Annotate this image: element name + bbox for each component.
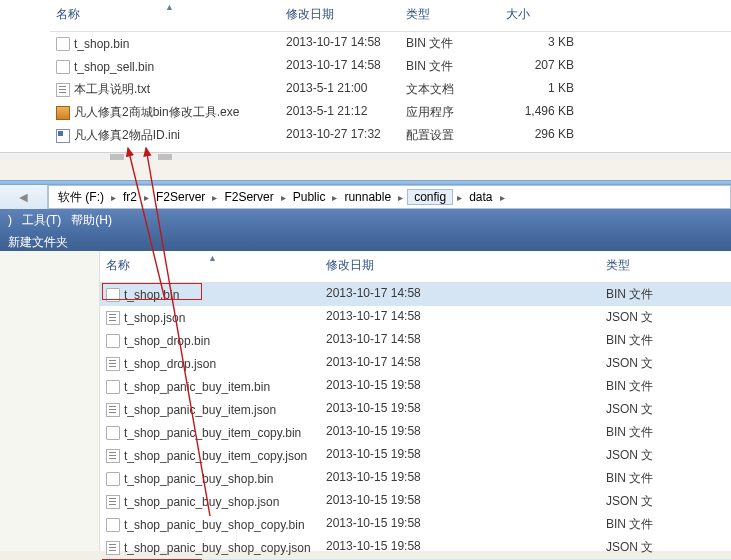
file-type: BIN 文件 <box>600 376 731 397</box>
file-size: 296 KB <box>500 125 580 146</box>
file-name: t_shop_drop.json <box>124 357 216 371</box>
menu-bar: ) 工具(T) 帮助(H) <box>0 209 731 231</box>
toolbar: 新建文件夹 <box>0 231 731 251</box>
file-type: JSON 文 <box>600 491 731 512</box>
file-type: 配置设置 <box>400 125 500 146</box>
chevron-right-icon: ▸ <box>281 192 286 203</box>
file-type: JSON 文 <box>600 445 731 466</box>
file-date: 2013-10-15 19:58 <box>320 399 600 420</box>
file-date: 2013-5-1 21:00 <box>280 79 400 100</box>
file-row[interactable]: t_shop_panic_buy_shop.json2013-10-15 19:… <box>100 490 731 513</box>
file-date: 2013-10-17 14:58 <box>320 307 600 328</box>
menu-tools[interactable]: 工具(T) <box>22 212 61 229</box>
file-icon <box>106 288 120 302</box>
column-type[interactable]: 类型 <box>400 4 500 25</box>
file-icon <box>106 380 120 394</box>
file-date: 2013-10-17 14:58 <box>320 284 600 305</box>
file-type: 应用程序 <box>400 102 500 123</box>
file-name: t_shop.json <box>124 311 185 325</box>
breadcrumb-item[interactable]: data <box>466 190 495 204</box>
file-date: 2013-10-15 19:58 <box>320 537 600 558</box>
file-row[interactable]: t_shop_panic_buy_shop_copy.bin2013-10-15… <box>100 513 731 536</box>
file-row[interactable]: t_shop.bin2013-10-17 14:58BIN 文件 <box>100 283 731 306</box>
scrollbar-thumb[interactable] <box>110 154 124 160</box>
top-columns-header: 名称 ▲ 修改日期 类型 大小 <box>50 0 731 32</box>
txt-icon <box>106 541 120 555</box>
file-icon <box>106 426 120 440</box>
file-name: t_shop_panic_buy_item_copy.json <box>124 449 307 463</box>
column-name[interactable]: 名称 ▲ <box>50 4 280 25</box>
file-row[interactable]: t_shop_sell.bin2013-10-17 14:58BIN 文件207… <box>50 55 731 78</box>
sort-indicator-icon: ▲ <box>208 253 217 263</box>
file-row[interactable]: t_shop_panic_buy_item_copy.bin2013-10-15… <box>100 421 731 444</box>
file-icon <box>106 518 120 532</box>
breadcrumb-item[interactable]: F2Server <box>221 190 276 204</box>
file-row[interactable]: t_shop_panic_buy_item.bin2013-10-15 19:5… <box>100 375 731 398</box>
file-row[interactable]: 本工具说明.txt2013-5-1 21:00文本文档1 KB <box>50 78 731 101</box>
breadcrumb-item[interactable]: fr2 <box>120 190 140 204</box>
file-row[interactable]: t_shop_panic_buy_shop_copy.json2013-10-1… <box>100 536 731 559</box>
breadcrumb[interactable]: 软件 (F:)▸fr2▸F2Server▸F2Server▸Public▸run… <box>48 185 731 209</box>
file-name: t_shop_panic_buy_shop_copy.json <box>124 541 311 555</box>
top-file-list[interactable]: t_shop.bin2013-10-17 14:58BIN 文件3 KBt_sh… <box>50 32 731 147</box>
file-row[interactable]: t_shop.bin2013-10-17 14:58BIN 文件3 KB <box>50 32 731 55</box>
file-row[interactable]: t_shop_panic_buy_item_copy.json2013-10-1… <box>100 444 731 467</box>
bottom-file-list-wrap: 名称 ▲ 修改日期 类型 t_shop.bin2013-10-17 14:58B… <box>100 251 731 551</box>
file-row[interactable]: t_shop.json2013-10-17 14:58JSON 文 <box>100 306 731 329</box>
file-date: 2013-10-15 19:58 <box>320 514 600 535</box>
column-size[interactable]: 大小 <box>500 4 580 25</box>
file-name: t_shop_panic_buy_shop.bin <box>124 472 273 486</box>
scrollbar-thumb[interactable] <box>158 154 172 160</box>
chevron-right-icon: ▸ <box>500 192 505 203</box>
breadcrumb-item[interactable]: F2Server <box>153 190 208 204</box>
breadcrumb-item[interactable]: Public <box>290 190 329 204</box>
file-type: JSON 文 <box>600 537 731 558</box>
file-row[interactable]: t_shop_panic_buy_item.json2013-10-15 19:… <box>100 398 731 421</box>
breadcrumb-item[interactable]: 软件 (F:) <box>55 189 107 206</box>
menu-fragment: ) <box>8 213 12 227</box>
file-type: 文本文档 <box>400 79 500 100</box>
column-name-label: 名称 <box>56 6 80 23</box>
chevron-right-icon: ▸ <box>111 192 116 203</box>
exe-icon <box>56 106 70 120</box>
file-type: BIN 文件 <box>600 514 731 535</box>
file-icon <box>106 472 120 486</box>
top-scrollbar[interactable] <box>0 152 731 160</box>
file-name: t_shop_sell.bin <box>74 60 154 74</box>
txt-icon <box>106 357 120 371</box>
txt-icon <box>106 449 120 463</box>
breadcrumb-item[interactable]: runnable <box>341 190 394 204</box>
menu-help[interactable]: 帮助(H) <box>71 212 112 229</box>
file-size: 3 KB <box>500 33 580 54</box>
file-date: 2013-10-15 19:58 <box>320 445 600 466</box>
chevron-right-icon: ▸ <box>398 192 403 203</box>
file-date: 2013-10-17 14:58 <box>280 56 400 77</box>
breadcrumb-item[interactable]: config <box>407 189 453 205</box>
column-name-label: 名称 <box>106 257 130 274</box>
file-row[interactable]: t_shop_drop.json2013-10-17 14:58JSON 文 <box>100 352 731 375</box>
file-row[interactable]: 凡人修真2物品ID.ini2013-10-27 17:32配置设置296 KB <box>50 124 731 147</box>
column-date[interactable]: 修改日期 <box>280 4 400 25</box>
file-size: 1,496 KB <box>500 102 580 123</box>
file-row[interactable]: t_shop_panic_buy_shop.bin2013-10-15 19:5… <box>100 467 731 490</box>
file-name: t_shop_panic_buy_shop.json <box>124 495 279 509</box>
bottom-file-list[interactable]: t_shop.bin2013-10-17 14:58BIN 文件t_shop.j… <box>100 283 731 560</box>
chevron-right-icon: ▸ <box>144 192 149 203</box>
new-folder-button[interactable]: 新建文件夹 <box>8 235 68 249</box>
txt-icon <box>56 83 70 97</box>
file-date: 2013-10-17 14:58 <box>320 330 600 351</box>
chevron-right-icon: ▸ <box>212 192 217 203</box>
column-type[interactable]: 类型 <box>600 255 731 276</box>
file-name: t_shop.bin <box>124 288 179 302</box>
file-type: BIN 文件 <box>400 56 500 77</box>
column-date[interactable]: 修改日期 <box>320 255 600 276</box>
file-row[interactable]: t_shop_drop.bin2013-10-17 14:58BIN 文件 <box>100 329 731 352</box>
sort-indicator-icon: ▲ <box>165 2 174 12</box>
file-date: 2013-10-15 19:58 <box>320 376 600 397</box>
txt-icon <box>106 403 120 417</box>
file-type: BIN 文件 <box>600 330 731 351</box>
top-file-pane: 名称 ▲ 修改日期 类型 大小 t_shop.bin2013-10-17 14:… <box>0 0 731 152</box>
file-row[interactable]: 凡人修真2商城bin修改工具.exe2013-5-1 21:12应用程序1,49… <box>50 101 731 124</box>
nav-back-forward[interactable]: ◄ <box>0 185 48 209</box>
column-name[interactable]: 名称 ▲ <box>100 255 320 276</box>
